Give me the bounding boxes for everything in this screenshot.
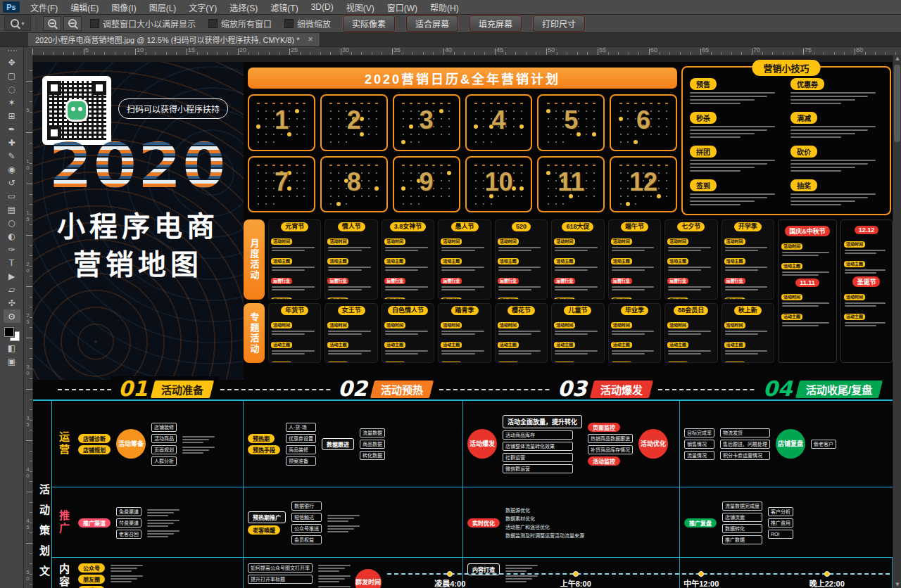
zoom-tool-icon[interactable]: ⊙	[4, 309, 20, 323]
flow-column: 流量数据商品数据转化数据	[360, 428, 385, 460]
section-tag: 活动时间	[844, 241, 865, 248]
zoom-out-button[interactable]	[63, 16, 82, 31]
flow-column: 公众号朋友圈短视频	[78, 563, 105, 588]
card-section: 活动玩法	[498, 292, 545, 300]
card-section: 活动玩法	[724, 356, 771, 363]
double12-christmas-panel: 12.12活动时间活动主题圣诞节活动时间活动主题	[840, 219, 893, 363]
menu-item-1[interactable]: 编辑(E)	[64, 0, 105, 15]
menu-item-2[interactable]: 图像(I)	[105, 0, 142, 15]
section-tag: 活动主题	[498, 342, 519, 348]
zoom-in-button[interactable]	[43, 16, 61, 31]
option-checkbox-0[interactable]: 调整窗口大小以满屏显示	[90, 18, 196, 30]
menu-item-4[interactable]: 文字(Y)	[182, 0, 223, 15]
scroll-up-icon[interactable]: ▲	[893, 56, 901, 61]
path-selection-tool-icon[interactable]: ▶	[4, 269, 20, 283]
text-line	[147, 523, 174, 524]
screen-mode-icon[interactable]: ▣	[4, 354, 20, 368]
weekday-mark	[367, 165, 370, 166]
options-button-1[interactable]: 适合屏幕	[406, 15, 458, 32]
menu-item-3[interactable]: 图层(L)	[143, 0, 183, 15]
text-line	[555, 331, 598, 332]
text-line	[845, 325, 876, 326]
text-lines	[182, 435, 215, 443]
magic-wand-tool-icon[interactable]: ✶	[4, 96, 20, 109]
flow-column: 推广渠道	[78, 518, 111, 528]
options-button-0[interactable]: 实际像素	[343, 15, 395, 32]
text-line	[668, 250, 701, 251]
document-canvas[interactable]: 扫码可以获得小程序扶持 2020 小程序电商 营销地图 2020营销日历&全年营…	[32, 55, 893, 588]
text-line	[725, 269, 758, 271]
scrollbar-thumb[interactable]	[894, 65, 900, 142]
foreground-color-swatch[interactable]	[4, 327, 14, 337]
history-brush-tool-icon[interactable]: ↺	[4, 176, 20, 189]
weekday-mark	[345, 165, 348, 166]
eraser-tool-icon[interactable]: ▭	[4, 189, 20, 203]
weekday-mark	[562, 103, 565, 104]
close-tab-icon[interactable]: ×	[308, 34, 313, 44]
scroll-down-icon[interactable]: ▼	[893, 582, 901, 587]
crop-tool-icon[interactable]: ⊞	[4, 109, 20, 122]
eyedropper-tool-icon[interactable]: ✒	[4, 122, 20, 136]
flow-column: 活动优化	[638, 429, 668, 459]
flow-node: 人·货·场	[286, 423, 316, 432]
section-tag: 活动时间	[327, 322, 348, 328]
menu-item-8[interactable]: 视图(V)	[340, 0, 381, 15]
type-tool-icon[interactable]: T	[4, 256, 20, 269]
section-tag: 运营行业	[327, 278, 348, 284]
phase-number: 03	[557, 378, 587, 400]
text-line	[555, 289, 588, 290]
weekday-mark	[360, 165, 363, 166]
text-line	[385, 333, 418, 335]
section-tag: 活动主题	[384, 342, 405, 348]
timeline-track: 凌晨4:00全天曝光最低点上午8:00上半天曝光最高点中午12:00午间曝光最高…	[387, 569, 890, 588]
options-button-2[interactable]: 填充屏幕	[470, 15, 522, 32]
card-section: 活动主题	[724, 336, 771, 354]
menu-item-6[interactable]: 滤镜(T)	[264, 0, 304, 15]
text-line	[690, 136, 741, 138]
text-line	[690, 129, 767, 131]
flow-node: 流量数据	[360, 428, 385, 437]
panel-grip[interactable]	[7, 49, 17, 53]
weekday-mark	[626, 165, 629, 166]
menu-item-9[interactable]: 窗口(W)	[381, 0, 424, 15]
calendar-month: 11	[537, 156, 605, 213]
flow-column: 如何提高公众号图文打开率提升打开率标题	[248, 563, 313, 584]
hand-tool-icon[interactable]: ✣	[4, 296, 20, 309]
weekday-mark	[296, 103, 298, 104]
document-tab[interactable]: 2020小程序电商营销地图.jpg @ 12.5% (扫码可以获得小程序扶持, …	[28, 32, 320, 46]
clone-stamp-tool-icon[interactable]: ◉	[4, 162, 20, 176]
menu-item-0[interactable]: 文件(F)	[24, 0, 64, 15]
gradient-tool-icon[interactable]: ▤	[4, 203, 20, 216]
text-line	[328, 250, 361, 251]
text-line	[147, 520, 179, 521]
vertical-scrollbar[interactable]: ▲ ▼	[893, 55, 901, 588]
dodge-tool-icon[interactable]: ◐	[4, 229, 20, 243]
blur-tool-icon[interactable]: ○	[4, 216, 20, 229]
text-line	[441, 353, 474, 354]
healing-brush-tool-icon[interactable]: ✚	[4, 136, 20, 149]
phase-header: 04活动收尾/复盘	[756, 376, 888, 402]
options-button-3[interactable]: 打印尺寸	[533, 15, 585, 32]
option-checkbox-1[interactable]: 缩放所有窗口	[208, 18, 272, 30]
text-line	[182, 442, 203, 443]
menu-item-7[interactable]: 3D(D)	[305, 1, 340, 13]
zoom-tool-preview[interactable]: ▾	[4, 15, 31, 31]
menu-item-10[interactable]: 帮助(H)	[424, 0, 465, 15]
section-tag: 活动时间	[384, 322, 405, 328]
tip-label: 预售	[690, 78, 717, 90]
option-checkbox-2[interactable]: 细微缩放	[284, 18, 331, 30]
pen-tool-icon[interactable]: ✑	[4, 243, 20, 256]
foreground-background-swatches[interactable]	[4, 327, 20, 341]
brush-tool-icon[interactable]: ✎	[4, 149, 20, 162]
rectangular-marquee-tool-icon[interactable]: ▢	[4, 69, 20, 82]
shape-tool-icon[interactable]: ▱	[4, 283, 20, 296]
flow-column: 活动筹备	[116, 429, 146, 459]
quick-mask-icon[interactable]: ◧	[4, 341, 20, 354]
lasso-tool-icon[interactable]: ◌	[4, 82, 20, 96]
ruler-label: 10	[137, 46, 144, 53]
text-line	[385, 331, 428, 332]
weekday-mark	[505, 103, 508, 104]
card-section: 活动时间	[384, 233, 431, 251]
menu-item-5[interactable]: 选择(S)	[223, 0, 264, 15]
move-tool-icon[interactable]: ✥	[4, 56, 20, 69]
